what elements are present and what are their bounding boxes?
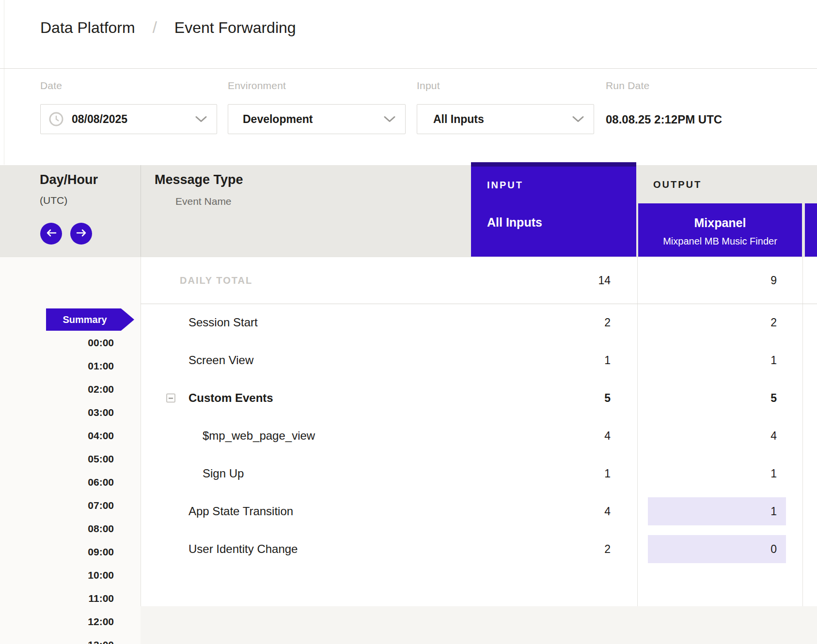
arrow-right-icon bbox=[76, 229, 87, 239]
hour-label-01[interactable]: 01:00 bbox=[0, 354, 114, 378]
event-forwarding-page: Data Platform / Event Forwarding Date 08… bbox=[0, 0, 817, 644]
table-row-user-identity-change: User Identity Change 2 0 bbox=[141, 530, 817, 568]
arrow-left-icon bbox=[46, 229, 57, 239]
run-date-value: 08.08.25 2:12PM UTC bbox=[606, 113, 722, 126]
page-left-edge bbox=[4, 0, 4, 165]
date-filter-label: Date bbox=[40, 80, 217, 92]
output-count: 1 bbox=[141, 505, 777, 518]
output-column-header-mixpanel[interactable]: Mixpanel Mixpanel MB Music Finder bbox=[638, 203, 802, 257]
input-column-header[interactable]: INPUT All Inputs bbox=[471, 162, 636, 257]
input-column-accent-strip bbox=[471, 162, 636, 167]
column-divider bbox=[141, 165, 141, 257]
environment-filter-group: Environment Development bbox=[228, 80, 406, 134]
summary-row-badge[interactable]: Summary bbox=[46, 308, 134, 331]
hour-label-08[interactable]: 08:00 bbox=[0, 517, 114, 540]
day-hour-title: Day/Hour bbox=[40, 172, 98, 187]
hour-label-00[interactable]: 00:00 bbox=[0, 331, 114, 354]
output-count: 2 bbox=[141, 316, 777, 329]
input-value: All Inputs bbox=[433, 113, 484, 126]
table-row-sign-up: Sign Up 1 1 bbox=[141, 455, 817, 492]
hour-label-03[interactable]: 03:00 bbox=[0, 401, 114, 424]
next-output-column-partial[interactable] bbox=[805, 203, 817, 257]
input-group-label: INPUT bbox=[487, 180, 523, 191]
table-row-screen-view: Screen View 1 1 bbox=[141, 341, 817, 379]
data-grid: DAILY TOTAL 14 9 Session Start 2 2 Scree… bbox=[141, 257, 817, 644]
hour-label-13[interactable]: 13:00 bbox=[0, 633, 114, 644]
table-row-mp-web-page-view: $mp_web_page_view 4 4 bbox=[141, 417, 817, 455]
table-row-app-state-transition: App State Transition 4 1 bbox=[141, 492, 817, 530]
chevron-down-icon bbox=[195, 116, 207, 123]
environment-value: Development bbox=[243, 113, 313, 126]
hour-label-04[interactable]: 04:00 bbox=[0, 424, 114, 447]
hour-label-12[interactable]: 12:00 bbox=[0, 610, 114, 633]
output-count: 0 bbox=[141, 543, 777, 556]
output-count: 1 bbox=[141, 354, 777, 367]
output-column-subtitle: Mixpanel MB Music Finder bbox=[638, 236, 802, 247]
header-divider bbox=[0, 68, 817, 69]
output-count: 5 bbox=[141, 392, 777, 405]
input-filter-group: Input All Inputs bbox=[417, 80, 594, 134]
chevron-down-icon bbox=[572, 116, 584, 123]
input-filter-label: Input bbox=[417, 80, 594, 92]
event-name-subtitle: Event Name bbox=[175, 196, 232, 207]
day-hour-subtitle: (UTC) bbox=[40, 195, 67, 206]
previous-day-button[interactable] bbox=[40, 223, 62, 245]
hour-label-09[interactable]: 09:00 bbox=[0, 540, 114, 564]
hour-label-02[interactable]: 02:00 bbox=[0, 378, 114, 401]
message-type-title: Message Type bbox=[155, 172, 243, 187]
hour-label-10[interactable]: 10:00 bbox=[0, 564, 114, 587]
next-day-button[interactable] bbox=[70, 223, 92, 245]
date-value: 08/08/2025 bbox=[72, 113, 127, 126]
hour-list: 00:00 01:00 02:00 03:00 04:00 05:00 06:0… bbox=[0, 331, 114, 644]
environment-filter-label: Environment bbox=[228, 80, 406, 92]
hour-label-06[interactable]: 06:00 bbox=[0, 471, 114, 494]
output-count: 1 bbox=[141, 467, 777, 480]
hour-label-05[interactable]: 05:00 bbox=[0, 447, 114, 471]
output-count: 4 bbox=[141, 429, 777, 443]
run-date-group: Run Date 08.08.25 2:12PM UTC bbox=[606, 80, 722, 126]
date-filter-group: Date 08/08/2025 bbox=[40, 80, 217, 134]
table-row-session-start: Session Start 2 2 bbox=[141, 304, 817, 341]
run-date-label: Run Date bbox=[606, 80, 722, 92]
breadcrumb: Data Platform / Event Forwarding bbox=[40, 18, 296, 37]
input-column-name: All Inputs bbox=[487, 215, 542, 230]
environment-dropdown[interactable]: Development bbox=[228, 104, 406, 134]
table-row-custom-events: Custom Events 5 5 bbox=[141, 379, 817, 417]
breadcrumb-section[interactable]: Data Platform bbox=[40, 19, 135, 37]
input-dropdown[interactable]: All Inputs bbox=[417, 104, 594, 134]
hour-label-07[interactable]: 07:00 bbox=[0, 494, 114, 517]
daily-total-output-value: 9 bbox=[141, 274, 777, 287]
grid-footer-area bbox=[141, 606, 817, 644]
hour-label-11[interactable]: 11:00 bbox=[0, 587, 114, 610]
daily-total-row: DAILY TOTAL 14 9 bbox=[141, 257, 817, 304]
output-group-label: OUTPUT bbox=[653, 179, 702, 190]
output-column-name: Mixpanel bbox=[638, 216, 802, 230]
clock-icon bbox=[48, 111, 64, 127]
chevron-down-icon bbox=[384, 116, 395, 123]
page-title: Event Forwarding bbox=[174, 19, 296, 37]
date-dropdown[interactable]: 08/08/2025 bbox=[40, 104, 217, 134]
breadcrumb-separator: / bbox=[153, 18, 157, 37]
